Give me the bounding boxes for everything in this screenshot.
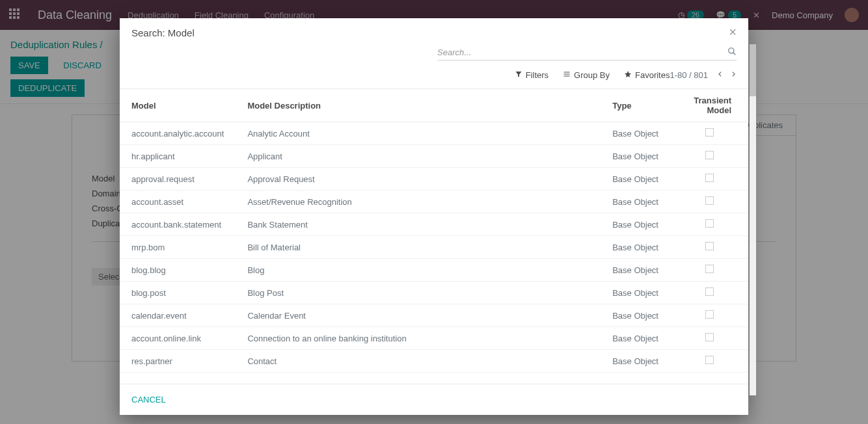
- cell-desc: Bill of Material: [236, 236, 601, 259]
- cell-desc: Asset/Revenue Recognition: [236, 191, 601, 213]
- cell-type: Base Object: [601, 191, 670, 213]
- cell-transient: [670, 236, 748, 259]
- svg-line-1: [733, 53, 736, 55]
- cell-type: Base Object: [601, 327, 670, 350]
- cell-type: Base Object: [601, 236, 670, 259]
- cell-model: account.analytic.account: [120, 122, 236, 145]
- search-model-dialog: Search: Model ×: [120, 18, 748, 415]
- search-box: [437, 45, 737, 60]
- cell-model: blog.blog: [120, 259, 236, 282]
- cell-transient: [670, 259, 748, 282]
- cell-type: Base Object: [601, 350, 670, 373]
- table-row[interactable]: account.analytic.account Analytic Accoun…: [120, 122, 748, 145]
- svg-rect-2: [564, 72, 570, 73]
- funnel-icon: [515, 70, 522, 80]
- cell-model: account.online.link: [120, 327, 236, 350]
- cell-transient: [670, 191, 748, 213]
- transient-checkbox[interactable]: [705, 151, 714, 159]
- transient-checkbox[interactable]: [705, 174, 714, 182]
- modal-body[interactable]: Model Model Description Type Transient M…: [120, 89, 748, 384]
- cell-desc: Calendar Event: [236, 304, 601, 327]
- cell-model: mrp.bom: [120, 236, 236, 259]
- cell-transient: [670, 145, 748, 168]
- cell-transient: [670, 350, 748, 373]
- table-row[interactable]: approval.request Approval Request Base O…: [120, 168, 748, 191]
- pager-prev[interactable]: [717, 70, 724, 81]
- cell-model: account.bank.statement: [120, 213, 236, 236]
- cell-model: calendar.event: [120, 304, 236, 327]
- transient-checkbox[interactable]: [705, 333, 714, 341]
- col-type[interactable]: Type: [601, 89, 670, 122]
- cell-transient: [670, 168, 748, 191]
- cell-desc: Analytic Account: [236, 122, 601, 145]
- cell-desc: Contact: [236, 350, 601, 373]
- table-row[interactable]: account.bank.statement Bank Statement Ba…: [120, 213, 748, 236]
- groupby-button[interactable]: Group By: [563, 70, 610, 80]
- cell-desc: Approval Request: [236, 168, 601, 191]
- cell-desc: Blog: [236, 259, 601, 282]
- cell-model: approval.request: [120, 168, 236, 191]
- cell-transient: [670, 282, 748, 304]
- cell-type: Base Object: [601, 304, 670, 327]
- cell-type: Base Object: [601, 122, 670, 145]
- search-icon[interactable]: [727, 47, 737, 58]
- cancel-button[interactable]: CANCEL: [131, 395, 166, 404]
- pager-next[interactable]: [730, 70, 737, 81]
- search-input[interactable]: [437, 47, 727, 57]
- cell-model: blog.post: [120, 282, 236, 304]
- cell-desc: Connection to an online banking institut…: [236, 327, 601, 350]
- transient-checkbox[interactable]: [705, 287, 714, 296]
- cell-desc: Blog Post: [236, 282, 601, 304]
- cell-type: Base Object: [601, 145, 670, 168]
- transient-checkbox[interactable]: [705, 128, 714, 137]
- cell-model: res.partner: [120, 350, 236, 373]
- table-row[interactable]: account.asset Asset/Revenue Recognition …: [120, 191, 748, 213]
- transient-checkbox[interactable]: [705, 219, 714, 228]
- modal-overlay: Search: Model ×: [0, 0, 868, 424]
- cell-desc: Bank Statement: [236, 213, 601, 236]
- transient-checkbox[interactable]: [705, 265, 714, 273]
- transient-checkbox[interactable]: [705, 310, 714, 319]
- cell-type: Base Object: [601, 259, 670, 282]
- cell-transient: [670, 213, 748, 236]
- svg-rect-4: [564, 76, 570, 77]
- table-row[interactable]: calendar.event Calendar Event Base Objec…: [120, 304, 748, 327]
- table-row[interactable]: hr.applicant Applicant Base Object: [120, 145, 748, 168]
- svg-rect-3: [564, 74, 570, 75]
- cell-transient: [670, 122, 748, 145]
- model-table: Model Model Description Type Transient M…: [120, 89, 748, 373]
- star-icon: [624, 70, 632, 80]
- cell-transient: [670, 327, 748, 350]
- cell-model: account.asset: [120, 191, 236, 213]
- table-row[interactable]: blog.post Blog Post Base Object: [120, 282, 748, 304]
- col-model[interactable]: Model: [120, 89, 236, 122]
- col-transient[interactable]: Transient Model: [670, 89, 748, 122]
- table-row[interactable]: blog.blog Blog Base Object: [120, 259, 748, 282]
- modal-title: Search: Model: [131, 27, 195, 38]
- cell-desc: Applicant: [236, 145, 601, 168]
- pager-text[interactable]: 1-80 / 801: [670, 70, 708, 80]
- cell-type: Base Object: [601, 282, 670, 304]
- scrollbar[interactable]: [750, 44, 756, 395]
- table-row[interactable]: account.online.link Connection to an onl…: [120, 327, 748, 350]
- filters-button[interactable]: Filters: [515, 70, 549, 80]
- favorites-button[interactable]: Favorites: [624, 70, 670, 80]
- cell-type: Base Object: [601, 168, 670, 191]
- close-icon[interactable]: ×: [729, 27, 737, 36]
- cell-model: hr.applicant: [120, 145, 236, 168]
- list-icon: [563, 70, 571, 80]
- transient-checkbox[interactable]: [705, 356, 714, 364]
- table-row[interactable]: mrp.bom Bill of Material Base Object: [120, 236, 748, 259]
- col-desc[interactable]: Model Description: [236, 89, 601, 122]
- cell-transient: [670, 304, 748, 327]
- transient-checkbox[interactable]: [705, 242, 714, 250]
- table-row[interactable]: res.partner Contact Base Object: [120, 350, 748, 373]
- cell-type: Base Object: [601, 213, 670, 236]
- svg-point-0: [729, 48, 734, 53]
- transient-checkbox[interactable]: [705, 196, 714, 205]
